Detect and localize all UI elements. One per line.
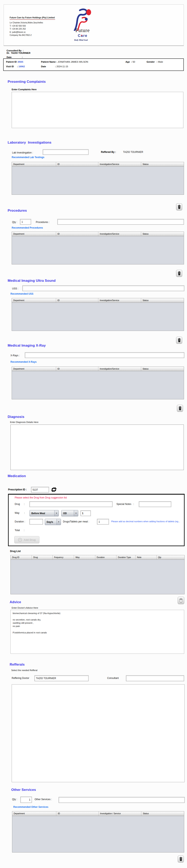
section-title-medication: Medication [8, 474, 26, 478]
xray-input[interactable] [25, 352, 184, 358]
uss-table-body [12, 303, 184, 331]
futurecare-logo: Future Care ♥ Body Mind Soul [69, 8, 92, 44]
xray-input-label: X-Rays : [10, 353, 20, 358]
prescription-id-input[interactable] [31, 487, 49, 492]
svg-text:↺: ↺ [179, 207, 180, 208]
drug-input[interactable] [30, 501, 112, 507]
clear-xray-button[interactable]: ↺ [177, 405, 183, 412]
clear-advice-button[interactable] [178, 597, 184, 604]
column-header-department: Department [12, 232, 56, 236]
frequency-select-value: OD [62, 510, 74, 516]
add-drug-label: Add Drug [24, 538, 36, 541]
xray-table: Department ID Investigation/Service Stat… [12, 367, 184, 399]
column-header-way: Way [74, 555, 95, 559]
column-header-id: ID [56, 367, 98, 371]
column-header-id: ID [56, 298, 98, 303]
patient-name-field: Patient Name : JONATHAN JAMES WILSON [41, 61, 125, 63]
clear-other-services-button[interactable]: ↺ [178, 856, 184, 862]
consultation-form: Future Care by Future Holdings (Pty) Lim… [0, 0, 187, 868]
procedures-qty-label: Qty : [12, 219, 17, 225]
lab-table-body [12, 166, 184, 194]
clear-lab-testings-button[interactable]: ↺ [176, 204, 182, 210]
chevron-down-icon: ▼ [58, 521, 60, 523]
way-select[interactable]: Before Meal ▼ [30, 510, 59, 516]
procedures-input[interactable] [58, 219, 184, 224]
uss-table: Department ID Investigation/Service Stat… [12, 298, 184, 331]
visit-date-value: 2024-11-15 [57, 65, 68, 68]
lab-investigation-input[interactable] [43, 149, 88, 155]
heart-icon: ♥ [81, 34, 83, 36]
lab-input-label: Lab Investingation : [12, 150, 33, 155]
column-header-department: Department [12, 367, 56, 371]
referring-doctor-input[interactable] [35, 676, 88, 681]
advice-label: Enter Doctor's Advice Here [12, 607, 38, 609]
recommended-uss-label: Recommended USS [10, 292, 33, 295]
section-title-referrals: Refferals [10, 662, 25, 666]
way-qty-input[interactable] [81, 510, 91, 516]
add-drug-button[interactable]: + Add Drug [14, 536, 39, 544]
column-header-status: Status [141, 298, 184, 303]
medication-entry-box: Please select the Drug from Drug suggess… [8, 494, 185, 546]
patient-age-value: 50 [133, 61, 135, 63]
clear-procedures-button[interactable]: ↺ [176, 270, 182, 277]
duration-type-select[interactable]: Day/s ▼ [45, 519, 61, 525]
advice-textarea[interactable]: biomechanical cleeaning of 37 (Na-Hypoch… [10, 610, 184, 654]
per-meal-input[interactable] [97, 519, 109, 524]
clear-uss-button[interactable]: ↺ [176, 337, 182, 344]
frequency-select[interactable]: OD ▼ [61, 510, 78, 516]
recommended-lab-testings-label: Recommended Lab Testings [12, 156, 44, 159]
column-header-frequency: Fequency [53, 555, 74, 559]
diagnosis-label: Enter Diagnosis Details Here [10, 421, 38, 423]
consultant-input[interactable] [126, 676, 184, 681]
column-header-service: Investigation/Service [98, 298, 141, 303]
column-header-department: Department [12, 298, 56, 303]
lab-table: Department ID Investigation/Service Stat… [12, 162, 184, 195]
section-title-other-services: Other Services [11, 788, 36, 792]
drug-list-title: Drug List [10, 550, 21, 553]
total-label: Total : [15, 529, 25, 532]
logo-wordmark-future: Future [75, 28, 90, 33]
column-header-service: Investigation/Service [98, 162, 141, 166]
trash-icon: ↺ [178, 406, 182, 410]
other-services-table-header: Department ID Investigation / Service St… [12, 811, 184, 816]
section-title-procedures: Procedures [8, 209, 27, 213]
column-header-qty: Qty [157, 555, 184, 559]
other-services-input[interactable] [59, 797, 185, 803]
refresh-prescription-button[interactable] [51, 487, 57, 493]
xray-table-body [12, 371, 184, 399]
svg-text:↺: ↺ [180, 859, 181, 860]
column-header-duration-type: Duration Type [116, 555, 136, 559]
referring-doctor-label: Reffering Doctor [12, 677, 29, 680]
lab-table-header: Department ID Investigation/Service Stat… [12, 162, 184, 166]
other-qty-input[interactable] [21, 797, 32, 803]
complaints-label: Enter Complaints Here [12, 88, 37, 91]
special-notes-input[interactable] [139, 501, 171, 507]
complaints-textarea[interactable] [12, 92, 183, 128]
column-header-drug-id: Drug ID [11, 555, 32, 559]
chevron-down-icon: ▼ [75, 512, 77, 514]
patient-id-field: Patient ID :8565 [6, 61, 41, 63]
lab-referred-value: TAZIO TOURNIER [123, 151, 143, 153]
procedures-qty-input[interactable] [20, 219, 31, 224]
svg-text:↺: ↺ [179, 408, 181, 409]
patient-name-value: JONATHAN JAMES WILSON [58, 61, 88, 63]
column-header-service: Investigation / Service [99, 811, 142, 816]
patient-age-field: Age : 50 [125, 61, 147, 63]
company-address: Le Chainter,Victoria,Mahe,Seychelles [10, 21, 55, 24]
special-notes-label: Special Notes : [116, 503, 134, 505]
column-header-id: ID [56, 232, 98, 236]
plus-circle-icon: + [18, 538, 22, 542]
logo-tagline: Body Mind Soul [74, 39, 88, 41]
procedures-table-body [12, 236, 184, 264]
uss-input[interactable] [23, 286, 184, 291]
duration-label: Duration : [15, 520, 25, 523]
recommended-procedures-label: Recommended Procedures [12, 226, 43, 229]
company-name: Future Care by Future Holdings (Pty) Lim… [10, 16, 55, 19]
drug-list-header: Drug ID Drug Fequency Way Duration Durat… [11, 555, 184, 560]
duration-input[interactable] [30, 519, 43, 524]
procedures-input-label: Procedures : [36, 219, 49, 225]
decimal-note: Please add as decimal numbers when addin… [111, 520, 184, 523]
diagnosis-textarea[interactable] [10, 425, 184, 470]
other-qty-label: Qty : [12, 798, 17, 801]
referral-list-box[interactable] [12, 684, 185, 782]
